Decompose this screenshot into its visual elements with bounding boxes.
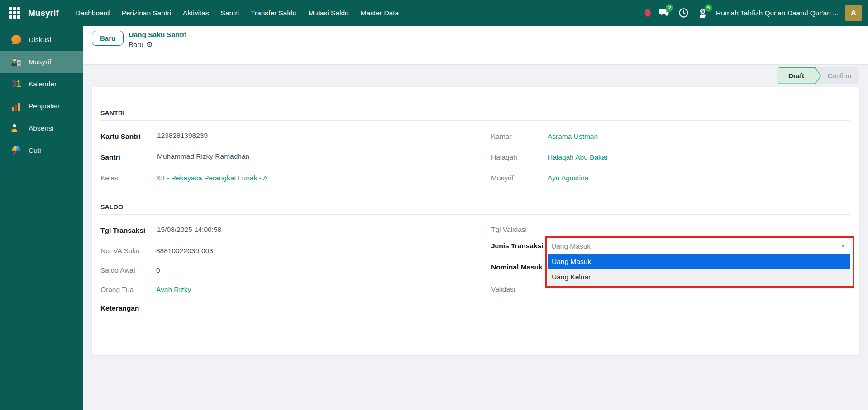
form-sheet: SANTRI Kartu Santri 1238281398239 Santri… bbox=[92, 87, 859, 355]
field-label: Keterangan bbox=[100, 304, 156, 312]
section-divider bbox=[100, 214, 850, 215]
tgl-transaksi-input[interactable]: 15/08/2025 14:00:58 bbox=[156, 225, 466, 236]
messages-badge: 2 bbox=[666, 4, 673, 12]
app-brand[interactable]: Musyrif bbox=[28, 8, 59, 18]
no-va-saku-value: 88810022030-003 bbox=[156, 247, 466, 255]
field-label: No. VA Saku bbox=[100, 247, 156, 255]
field-label: Orang Tua bbox=[100, 286, 156, 294]
dropdown-option-uang-masuk[interactable]: Uang Masuk bbox=[548, 254, 850, 269]
field-row-saldo-awal: Saldo Awal 0 bbox=[100, 261, 466, 280]
sidebar-item-diskusi[interactable]: Diskusi bbox=[0, 28, 83, 51]
menu-perizinan-santri[interactable]: Perizinan Santri bbox=[115, 5, 176, 21]
menu-mutasi-saldo[interactable]: Mutasi Saldo bbox=[302, 5, 355, 21]
field-row-tgl-validasi: Tgl Validasi bbox=[491, 220, 850, 239]
field-row-keterangan: Keterangan bbox=[100, 300, 466, 330]
statusbar-step-label: Draft bbox=[777, 67, 821, 84]
menu-santri[interactable]: Santri bbox=[215, 5, 245, 21]
kartu-santri-input[interactable]: 1238281398239 bbox=[156, 131, 466, 142]
bar-chart-icon bbox=[10, 100, 22, 112]
svg-text:$: $ bbox=[701, 9, 704, 14]
field-label: Santri bbox=[100, 153, 156, 161]
sidebar-item-label: Musyrif bbox=[29, 58, 51, 66]
menu-master-data[interactable]: Master Data bbox=[355, 5, 405, 21]
saldo-awal-value: 0 bbox=[156, 266, 466, 274]
messages-icon[interactable]: 2 bbox=[658, 7, 670, 19]
main-menu: Dashboard Perizinan Santri Aktivitas San… bbox=[70, 5, 405, 21]
statusbar: Draft Confirm bbox=[777, 67, 859, 84]
gear-icon[interactable]: ⚙ bbox=[146, 40, 153, 49]
sidebar-item-label: Absensi bbox=[29, 124, 53, 132]
calendar-31-icon: 31 bbox=[10, 78, 22, 90]
field-label: Tgl Validasi bbox=[491, 226, 548, 234]
section-divider bbox=[100, 120, 850, 121]
orang-tua-link[interactable]: Ayah Rizky bbox=[156, 286, 466, 294]
menu-transfer-saldo[interactable]: Transfer Saldo bbox=[245, 5, 302, 21]
field-row-tgl-transaksi: Tgl Transaksi 15/08/2025 14:00:58 bbox=[100, 220, 466, 241]
umbrella-icon bbox=[10, 144, 22, 156]
sidebar-item-absensi[interactable]: Absensi bbox=[0, 117, 83, 139]
money-badge: 5 bbox=[705, 4, 712, 12]
apps-grid-icon[interactable] bbox=[9, 7, 21, 19]
jenis-transaksi-dropdown: Uang Masuk Uang Keluar bbox=[548, 254, 850, 285]
app-sidebar: Diskusi Musyrif 31 Kalender Penjualan bbox=[0, 26, 83, 410]
sidebar-item-label: Kalender bbox=[29, 80, 57, 88]
sidebar-item-label: Penjualan bbox=[29, 102, 60, 110]
field-row-musyrif: Musyrif Ayu Agustina bbox=[491, 168, 850, 189]
section-title-saldo: SALDO bbox=[100, 203, 850, 211]
main-area: Baru Uang Saku Santri Baru ⚙ Draft Confi… bbox=[83, 26, 868, 410]
sidebar-item-musyrif[interactable]: Musyrif bbox=[0, 51, 83, 73]
new-record-button[interactable]: Baru bbox=[92, 31, 124, 46]
field-label: Jenis Transaksi bbox=[491, 239, 548, 250]
field-row-jenis-transaksi: Jenis Transaksi Uang Masuk Uang Masuk Ua… bbox=[491, 239, 850, 256]
user-avatar[interactable]: A bbox=[845, 5, 862, 21]
field-label: Saldo Awal bbox=[100, 266, 156, 274]
field-row-kelas: Kelas XII - Rekayasa Perangkat Lunak - A bbox=[100, 168, 466, 189]
field-row-kamar: Kamar Asrama Ustman bbox=[491, 126, 850, 147]
jenis-transaksi-select[interactable]: Uang Masuk bbox=[548, 239, 850, 254]
breadcrumb-record-name: Baru bbox=[129, 41, 143, 49]
kelas-link[interactable]: XII - Rekayasa Perangkat Lunak - A bbox=[156, 174, 466, 182]
sidebar-item-label: Cuti bbox=[29, 146, 41, 155]
field-label: Nominal Masuk bbox=[491, 263, 548, 271]
dropdown-option-uang-keluar[interactable]: Uang Keluar bbox=[548, 269, 850, 285]
field-label: Tgl Transaksi bbox=[100, 226, 156, 235]
keterangan-textarea[interactable] bbox=[156, 304, 466, 330]
money-deposit-icon[interactable]: $ 5 bbox=[696, 7, 709, 19]
field-label: Kelas bbox=[100, 174, 156, 182]
activities-clock-icon[interactable] bbox=[677, 7, 690, 19]
sidebar-item-label: Diskusi bbox=[29, 36, 51, 44]
field-row-orang-tua: Orang Tua Ayah Rizky bbox=[100, 280, 466, 300]
sidebar-item-cuti[interactable]: Cuti bbox=[0, 139, 83, 161]
chevron-down-icon bbox=[841, 245, 845, 247]
halaqah-link[interactable]: Halaqah Abu Bakar bbox=[548, 153, 850, 161]
field-row-kartu-santri: Kartu Santri 1238281398239 bbox=[100, 126, 466, 147]
recording-indicator-icon[interactable] bbox=[645, 9, 651, 17]
field-row-santri: Santri Muhammad Rizky Ramadhan bbox=[100, 147, 466, 168]
sidebar-item-kalender[interactable]: 31 Kalender bbox=[0, 73, 83, 95]
breadcrumb-model-link[interactable]: Uang Saku Santri bbox=[129, 31, 186, 39]
breadcrumb: Baru Uang Saku Santri Baru ⚙ bbox=[83, 26, 868, 65]
people-icon bbox=[10, 122, 22, 134]
statusbar-step-draft[interactable]: Draft bbox=[777, 67, 821, 84]
chat-bubble-icon bbox=[10, 33, 22, 46]
section-title-santri: SANTRI bbox=[100, 109, 850, 117]
field-label: Musyrif bbox=[491, 174, 548, 182]
field-row-halaqah: Halaqah Halaqah Abu Bakar bbox=[491, 147, 850, 168]
field-row-no-va-saku: No. VA Saku 88810022030-003 bbox=[100, 241, 466, 261]
status-row: Draft Confirm bbox=[83, 65, 868, 87]
statusbar-step-confirm[interactable]: Confirm bbox=[821, 67, 859, 84]
field-label: Validasi bbox=[491, 285, 548, 293]
sidebar-item-penjualan[interactable]: Penjualan bbox=[0, 95, 83, 117]
musyrif-link[interactable]: Ayu Agustina bbox=[548, 174, 850, 182]
company-name[interactable]: Rumah Tahfizh Qur'an Daarul Qur'an ... bbox=[716, 9, 839, 17]
field-label: Halaqah bbox=[491, 153, 548, 161]
person-ledger-icon bbox=[10, 56, 22, 68]
menu-dashboard[interactable]: Dashboard bbox=[70, 5, 116, 21]
santri-input[interactable]: Muhammad Rizky Ramadhan bbox=[156, 151, 466, 163]
menu-aktivitas[interactable]: Aktivitas bbox=[177, 5, 215, 21]
top-navbar: Musyrif Dashboard Perizinan Santri Aktiv… bbox=[0, 0, 868, 26]
field-label: Kamar bbox=[491, 132, 548, 141]
field-label: Kartu Santri bbox=[100, 132, 156, 141]
kamar-link[interactable]: Asrama Ustman bbox=[548, 132, 850, 141]
